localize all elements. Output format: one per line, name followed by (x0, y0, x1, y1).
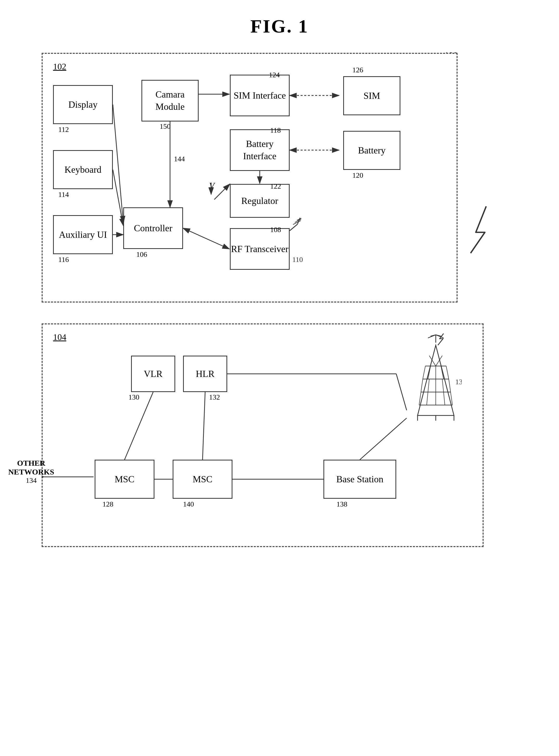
ref-112: 112 (58, 125, 69, 134)
svg-line-53 (203, 392, 205, 460)
page-title: FIG. 1 (21, 16, 538, 37)
svg-line-15 (297, 218, 301, 220)
svg-line-41 (442, 379, 444, 392)
ref-108: 108 (270, 225, 281, 234)
battery-interface-box: Battery Interface (230, 129, 290, 171)
hlr-box: HLR (183, 355, 227, 392)
svg-line-58 (396, 374, 407, 410)
ref-118: 118 (270, 126, 281, 134)
ref-144: 144 (174, 155, 185, 163)
svg-text:136: 136 (455, 378, 462, 386)
ref-102: 102 (53, 62, 66, 71)
svg-text:110: 110 (292, 256, 303, 263)
ref-122: 122 (270, 182, 281, 190)
ref-150: 150 (160, 122, 171, 131)
sim-interface-box: SIM Interface (230, 75, 290, 116)
voltage-label: V (209, 181, 215, 191)
svg-line-13 (290, 224, 297, 231)
svg-line-10 (113, 105, 123, 223)
ref-106: 106 (136, 250, 147, 259)
svg-line-9 (183, 228, 229, 249)
svg-line-40 (428, 379, 429, 392)
svg-line-14 (297, 218, 300, 224)
ref-124: 124 (269, 71, 280, 79)
svg-line-11 (113, 170, 123, 225)
diagram2-section: 104 VLR 130 HLR 132 MSC 128 MSC 140 Base… (21, 323, 538, 547)
tower-antenna: 136 (410, 332, 462, 424)
svg-line-45 (427, 392, 428, 405)
ref-116: 116 (58, 256, 69, 264)
ref-140: 140 (183, 500, 194, 508)
battery-box: Battery (343, 131, 400, 170)
lightning-bolt (465, 204, 497, 257)
vlr-box: VLR (131, 355, 175, 392)
ref-120: 120 (352, 171, 363, 179)
diagram2-box: 104 VLR 130 HLR 132 MSC 128 MSC 140 Base… (42, 323, 484, 547)
svg-line-52 (125, 392, 153, 460)
ref-114: 114 (58, 190, 69, 199)
ref-104: 104 (53, 332, 66, 342)
diagram1-section: 100 102 Display 112 Keyboard 114 Auxilia… (21, 53, 538, 303)
other-networks-label: OTHER NETWORKS 134 (5, 459, 57, 485)
sim-box: SIM (343, 76, 400, 115)
svg-line-17 (293, 221, 301, 224)
svg-line-6 (214, 184, 230, 199)
auxiliary-ui-box: Auxiliary UI (53, 215, 113, 254)
display-box: Display (53, 85, 113, 124)
base-station-box: Base Station (323, 460, 396, 499)
svg-line-34 (446, 366, 449, 379)
svg-line-33 (423, 366, 425, 379)
keyboard-box: Keyboard (53, 150, 113, 189)
svg-line-39 (449, 379, 451, 392)
msc2-box: MSC (173, 460, 232, 499)
ref-126: 126 (352, 66, 363, 74)
svg-line-38 (421, 379, 423, 392)
svg-line-24 (428, 335, 436, 338)
ref-128: 128 (103, 500, 113, 508)
svg-line-56 (360, 418, 407, 460)
svg-line-16 (295, 219, 301, 222)
ref-130: 130 (129, 393, 139, 402)
ref-138: 138 (336, 500, 348, 508)
msc1-box: MSC (95, 460, 154, 499)
ref-132: 132 (209, 393, 220, 402)
camera-box: Camara Module (141, 80, 199, 122)
controller-box: Controller (123, 207, 183, 249)
svg-line-46 (444, 392, 445, 405)
rf-transceiver-box: RF Transceiver (230, 228, 290, 270)
